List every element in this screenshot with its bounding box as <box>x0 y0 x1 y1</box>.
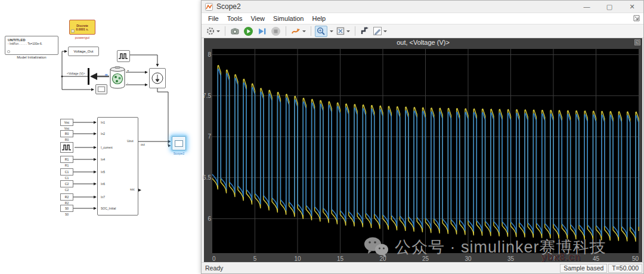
svg-text:5: 5 <box>253 255 257 262</box>
const-block-r2[interactable]: R2 <box>60 193 73 201</box>
scope-block-small[interactable] <box>95 84 107 94</box>
menu-simulation[interactable]: Simulation <box>269 14 308 23</box>
dock-icon[interactable] <box>633 15 640 21</box>
svg-text:30: 30 <box>465 255 472 262</box>
separator <box>311 26 311 36</box>
fit-to-view-button[interactable] <box>335 26 351 37</box>
subsystem-port-in7: In7 <box>101 195 105 199</box>
const-block-c2[interactable]: C2 <box>60 180 73 187</box>
simulink-canvas[interactable]: UNTITLED - InitFcn . . . . . Ts=100e-6. … <box>0 0 201 274</box>
scope2-window: Scope2 — ▢ ✕ File Tools View Simulation … <box>201 0 644 274</box>
plot-frame: out, <Voltage (V)> ◱ 0510152025303540455… <box>204 38 642 263</box>
status-ready: Ready <box>202 264 560 272</box>
titlebar[interactable]: Scope2 — ▢ ✕ <box>202 1 643 13</box>
run-button[interactable] <box>242 26 255 37</box>
svg-text:10: 10 <box>294 255 301 262</box>
dropdown-arrow-icon[interactable] <box>330 30 333 32</box>
trigger-icon <box>360 26 369 36</box>
dropdown-arrow-icon <box>383 30 387 32</box>
fit-to-view-icon <box>336 26 345 36</box>
voltage-signal-label: <Voltage (V)> <box>67 72 85 75</box>
const-block-r0[interactable]: R0 <box>60 130 73 137</box>
model-initialization-block[interactable]: UNTITLED - InitFcn . . . . . Ts=100e-6. <box>5 36 58 55</box>
menu-tools[interactable]: Tools <box>223 14 247 23</box>
menu-help[interactable]: Help <box>308 14 330 23</box>
const-block-r1[interactable]: R1 <box>60 156 73 163</box>
screenshot-root: UNTITLED - InitFcn . . . . . Ts=100e-6. … <box>0 0 644 274</box>
svg-text:35: 35 <box>507 255 515 262</box>
svg-text:15: 15 <box>337 255 344 262</box>
separator <box>355 26 355 36</box>
stop-button[interactable] <box>270 26 282 37</box>
toolbar <box>202 24 643 38</box>
snapshot-button[interactable] <box>229 26 241 37</box>
scope-screen <box>98 87 105 92</box>
svg-text:0: 0 <box>212 255 216 262</box>
scope2-screen <box>175 140 183 147</box>
const-label-c2: C2 <box>60 188 73 192</box>
dropdown-arrow-icon <box>302 30 306 32</box>
subsystem-port-soc: soc <box>130 187 135 191</box>
svg-text:50: 50 <box>632 255 639 262</box>
out-wire-label: out <box>141 143 145 146</box>
trigger-button[interactable] <box>359 26 370 37</box>
svg-text:40: 40 <box>550 255 557 262</box>
status-sample-mode: Sample based <box>560 264 607 273</box>
const-block-s0[interactable]: S0 <box>60 205 73 212</box>
status-sim-time: T=50.000 <box>608 264 642 273</box>
minimize-button[interactable]: — <box>575 1 598 13</box>
model-init-icon <box>7 50 10 53</box>
battery-block[interactable] <box>109 66 126 90</box>
subsystem-port-in4: In4 <box>101 158 105 161</box>
const-label-r0: R0 <box>60 138 73 141</box>
svg-text:7.5: 7.5 <box>203 93 211 99</box>
const-label-r1: R1 <box>60 164 73 167</box>
subsystem-port-icurrent: I_current <box>101 146 113 149</box>
step-forward-button[interactable] <box>256 26 268 37</box>
subsystem-port-soc-initial: SOC_Initial <box>101 207 116 210</box>
current-source-icon <box>150 69 165 87</box>
pulse-wave-icon <box>119 53 128 60</box>
plot-expand-icon[interactable]: ◱ <box>634 39 640 45</box>
gear-icon <box>206 26 215 36</box>
battery-plus-label: + <box>127 69 129 72</box>
camera-icon <box>230 26 240 36</box>
scope2-block-selected[interactable] <box>172 136 186 150</box>
const-block-c1[interactable]: C1 <box>60 168 73 176</box>
close-button[interactable]: ✕ <box>621 1 643 13</box>
controlled-current-source-block[interactable] <box>149 68 166 88</box>
highlight-signal-button[interactable] <box>290 26 307 37</box>
const-label-s0: S0 <box>60 213 73 216</box>
plot-title: out, <Voltage (V)> <box>204 38 642 47</box>
scope2-block-label: Scope2 <box>169 152 189 155</box>
separator <box>225 26 225 36</box>
battery-m-port-label: m <box>105 73 107 76</box>
model-init-label: Model Initialization <box>5 56 58 59</box>
maximize-button[interactable]: ▢ <box>598 1 621 13</box>
highlight-signal-icon <box>291 27 301 36</box>
voltage-out-block[interactable]: Voltage_Out <box>68 47 99 56</box>
menu-file[interactable]: File <box>204 14 223 23</box>
subsystem-port-in6: In6 <box>101 182 105 186</box>
svg-text:25: 25 <box>422 255 429 262</box>
settings-gear-button[interactable] <box>205 26 221 37</box>
dropdown-arrow-icon <box>216 30 220 32</box>
measurements-button[interactable] <box>371 26 388 37</box>
powergui-gear-icon <box>71 29 75 33</box>
window-title: Scope2 <box>216 2 241 11</box>
voltage-chart[interactable]: 0510152025303540455066.577.58 <box>204 47 642 263</box>
statusbar: Ready Sample based T=50.000 <box>202 262 643 273</box>
const-label-c1: C1 <box>60 176 73 180</box>
menu-view[interactable]: View <box>246 14 269 23</box>
magnifier-icon <box>317 27 326 36</box>
svg-text:6: 6 <box>208 215 211 222</box>
subsystem-port-in1: In1 <box>101 121 105 124</box>
svg-text:6.5: 6.5 <box>203 174 211 181</box>
svg-text:20: 20 <box>379 255 386 262</box>
zoom-button-selected[interactable] <box>315 26 327 37</box>
powergui-block[interactable]: Discrete 0.0001 s. <box>69 20 95 35</box>
pulse-generator-block[interactable] <box>117 50 130 62</box>
const-block-voc[interactable]: Voc <box>60 119 73 126</box>
pulse-generator-block-2[interactable] <box>60 142 73 153</box>
scope-app-icon <box>205 3 213 11</box>
